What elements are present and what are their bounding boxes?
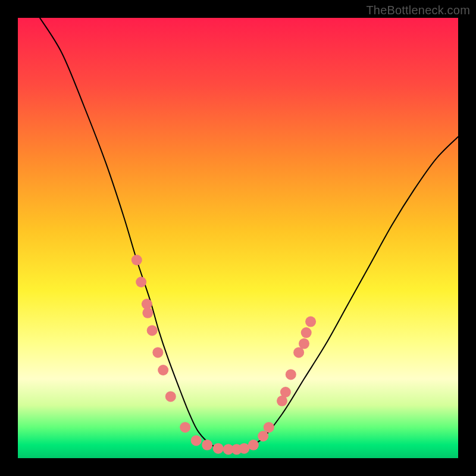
scatter-point — [180, 422, 190, 433]
scatter-point — [239, 443, 249, 454]
chart-plot-area — [18, 18, 458, 458]
attribution-label: TheBottleneck.com — [366, 4, 470, 17]
scatter-point — [158, 365, 168, 375]
chart-svg — [18, 18, 458, 458]
scatter-markers — [131, 255, 316, 455]
scatter-point — [286, 369, 296, 380]
scatter-point — [147, 325, 158, 336]
scatter-point — [131, 255, 142, 265]
scatter-point — [264, 422, 274, 433]
scatter-point — [213, 443, 224, 454]
scatter-point — [191, 435, 202, 446]
bottleneck-curve — [40, 18, 458, 450]
scatter-point — [152, 347, 163, 358]
scatter-point — [248, 440, 259, 450]
scatter-point — [142, 308, 153, 318]
scatter-point — [299, 339, 309, 349]
scatter-point — [280, 387, 291, 397]
scatter-point — [258, 431, 268, 441]
scatter-point — [136, 277, 146, 287]
scatter-point — [305, 317, 316, 327]
chart-frame: TheBottleneck.com — [0, 0, 476, 476]
scatter-point — [301, 327, 312, 338]
scatter-point — [202, 440, 212, 450]
scatter-point — [165, 391, 176, 402]
